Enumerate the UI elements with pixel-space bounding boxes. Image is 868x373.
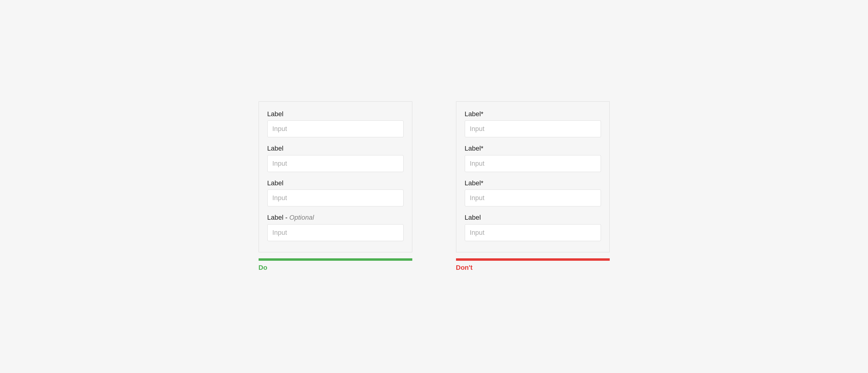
- form-field: Label - Optional: [267, 214, 404, 241]
- field-label: Label*: [465, 145, 601, 152]
- field-label: Label: [267, 110, 404, 118]
- field-label: Label*: [465, 110, 601, 118]
- text-input[interactable]: [465, 224, 601, 241]
- field-label: Label: [267, 145, 404, 152]
- do-indicator-bar: [258, 258, 412, 261]
- do-caption: Do: [258, 264, 412, 271]
- field-label: Label: [267, 179, 404, 187]
- field-label: Label*: [465, 179, 601, 187]
- do-form-card: Label Label Label Label - Optional: [258, 102, 412, 252]
- form-field: Label: [267, 110, 404, 137]
- dont-caption: Don't: [456, 264, 610, 271]
- do-example: Label Label Label Label - Optional Do: [258, 102, 412, 271]
- form-field: Label: [465, 214, 601, 241]
- form-field: Label: [267, 179, 404, 206]
- field-label-text: Label -: [267, 214, 289, 221]
- text-input[interactable]: [267, 224, 404, 241]
- text-input[interactable]: [465, 155, 601, 172]
- form-field: Label: [267, 145, 404, 172]
- dont-form-card: Label* Label* Label* Label: [456, 102, 610, 252]
- dont-indicator-bar: [456, 258, 610, 261]
- field-label-optional-text: Optional: [289, 214, 314, 221]
- text-input[interactable]: [465, 120, 601, 137]
- text-input[interactable]: [267, 190, 404, 206]
- form-field: Label*: [465, 110, 601, 137]
- text-input[interactable]: [267, 155, 404, 172]
- field-label: Label: [465, 214, 601, 222]
- form-field: Label*: [465, 145, 601, 172]
- dont-example: Label* Label* Label* Label Don't: [456, 102, 610, 271]
- text-input[interactable]: [267, 120, 404, 137]
- form-field: Label*: [465, 179, 601, 206]
- examples-container: Label Label Label Label - Optional Do: [258, 102, 610, 271]
- field-label-optional: Label - Optional: [267, 214, 404, 222]
- text-input[interactable]: [465, 190, 601, 206]
